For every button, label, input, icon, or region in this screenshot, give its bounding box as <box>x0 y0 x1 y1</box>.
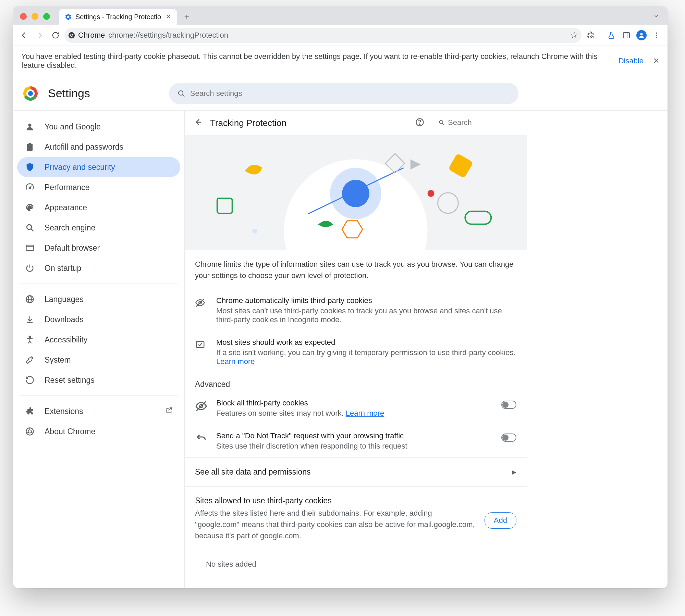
tracking-protection-panel: Tracking Protection <box>184 111 527 588</box>
do-not-track-toggle[interactable] <box>501 433 516 442</box>
toggle-title: Send a "Do Not Track" request with your … <box>216 431 492 440</box>
svg-point-11 <box>28 124 31 127</box>
panel-title: Tracking Protection <box>210 118 407 128</box>
close-window-button[interactable] <box>20 13 27 20</box>
settings-appbar: Settings <box>13 76 668 111</box>
svg-point-36 <box>342 180 369 207</box>
eye-off-icon <box>195 296 207 310</box>
browser-window-icon <box>25 243 35 253</box>
sidebar-item-you-and-google[interactable]: You and Google <box>17 117 180 137</box>
menu-button[interactable] <box>650 28 663 42</box>
browser-tab[interactable]: Settings - Tracking Protectio ✕ <box>59 9 177 25</box>
minimize-window-button[interactable] <box>32 13 38 20</box>
bookmark-star-icon[interactable]: ☆ <box>570 30 578 40</box>
sidebar-item-about[interactable]: About Chrome <box>17 422 180 441</box>
close-infobar-button[interactable]: ✕ <box>653 56 659 65</box>
sidebar-item-languages[interactable]: Languages <box>17 289 180 309</box>
restore-icon <box>25 375 35 385</box>
tab-title: Settings - Tracking Protectio <box>75 13 161 21</box>
labs-icon[interactable] <box>604 28 618 42</box>
intro-text: Chrome limits the type of information si… <box>185 250 527 289</box>
sidebar-item-appearance[interactable]: Appearance <box>17 198 180 217</box>
sidebar-item-privacy[interactable]: Privacy and security <box>17 157 180 177</box>
svg-point-31 <box>439 120 443 124</box>
external-link-icon <box>165 406 173 416</box>
panel-search[interactable] <box>437 118 518 128</box>
back-button[interactable] <box>17 28 31 42</box>
reload-button[interactable] <box>49 28 62 42</box>
allowed-sites-title: Sites allowed to use third-party cookies <box>195 496 516 505</box>
block-all-cookies-toggle[interactable] <box>501 401 516 409</box>
close-tab-button[interactable]: ✕ <box>164 12 172 22</box>
all-site-data-link[interactable]: See all site data and permissions ▸ <box>185 457 527 487</box>
sidebar-item-label: Reset settings <box>45 376 95 385</box>
sidebar-item-accessibility[interactable]: Accessibility <box>17 330 180 350</box>
sidebar-item-system[interactable]: System <box>17 350 180 370</box>
panel-back-button[interactable] <box>194 118 203 128</box>
chrome-logo-icon <box>23 86 38 101</box>
disable-link[interactable]: Disable <box>619 56 644 65</box>
sidebar-item-label: Languages <box>45 295 84 304</box>
window-controls <box>16 13 56 25</box>
browser-check-icon <box>195 338 207 352</box>
browser-window: Settings - Tracking Protectio ✕ ＋ Chrome… <box>13 6 668 588</box>
sidebar-item-autofill[interactable]: Autofill and passwords <box>17 137 180 157</box>
sidebar-item-performance[interactable]: Performance <box>17 177 180 197</box>
search-icon <box>25 223 35 233</box>
url-text: chrome://settings/trackingProtection <box>108 31 228 40</box>
redirect-icon <box>195 431 207 447</box>
learn-more-link[interactable]: Learn more <box>346 409 384 417</box>
toggle-title: Block all third-party cookies <box>216 399 492 407</box>
info-bar-text: You have enabled testing third-party coo… <box>21 52 612 70</box>
allowed-sites-desc: Affects the sites listed here and their … <box>195 507 478 541</box>
help-icon[interactable] <box>415 117 425 128</box>
chevron-right-icon: ▸ <box>512 467 516 477</box>
search-icon <box>438 119 445 126</box>
sidebar-item-extensions[interactable]: Extensions <box>17 401 180 421</box>
sidebar-item-on-startup[interactable]: On startup <box>17 258 180 278</box>
add-site-button[interactable]: Add <box>485 512 516 529</box>
panel-header: Tracking Protection <box>185 111 527 135</box>
svg-point-7 <box>656 35 657 36</box>
side-panel-icon[interactable] <box>620 28 633 42</box>
fullscreen-window-button[interactable] <box>43 13 50 20</box>
svg-line-15 <box>31 229 34 231</box>
svg-rect-49 <box>196 341 204 348</box>
chrome-icon <box>25 426 35 437</box>
learn-more-link[interactable]: Learn more <box>216 357 255 366</box>
site-chip-label: Chrome <box>78 31 105 40</box>
address-bar[interactable]: Chrome chrome://settings/trackingProtect… <box>64 28 582 43</box>
new-tab-button[interactable]: ＋ <box>180 10 194 23</box>
sidebar-item-label: Accessibility <box>45 335 87 344</box>
svg-point-46 <box>253 229 257 234</box>
sidebar-item-search-engine[interactable]: Search engine <box>17 218 180 238</box>
toggle-desc: Sites use their discretion when respondi… <box>216 442 492 451</box>
toggle-desc: Features on some sites may not work. <box>216 409 344 417</box>
extensions-icon[interactable] <box>584 28 597 42</box>
info-row-title: Most sites should work as expected <box>216 338 516 347</box>
site-chip[interactable]: Chrome <box>68 31 105 40</box>
svg-rect-16 <box>26 245 34 251</box>
speedometer-icon <box>25 182 35 192</box>
sidebar-item-downloads[interactable]: Downloads <box>17 310 180 329</box>
svg-point-6 <box>656 32 657 34</box>
tab-dropdown-button[interactable] <box>650 10 662 22</box>
person-icon <box>25 122 35 132</box>
profile-button[interactable] <box>635 28 648 42</box>
forward-button[interactable] <box>33 28 47 42</box>
sidebar-item-reset[interactable]: Reset settings <box>17 370 180 390</box>
svg-point-42 <box>428 190 435 197</box>
sidebar-item-label: Search engine <box>45 223 95 232</box>
sidebar-item-label: You and Google <box>45 122 101 131</box>
svg-point-14 <box>27 225 32 229</box>
download-icon <box>25 314 35 325</box>
sidebar-item-default-browser[interactable]: Default browser <box>17 238 180 258</box>
settings-search-input[interactable] <box>190 89 510 98</box>
sidebar-item-label: Appearance <box>45 203 87 212</box>
page-content: Settings You and Google Autofill and pas… <box>13 76 668 588</box>
settings-search[interactable] <box>169 83 518 104</box>
advanced-heading: Advanced <box>185 373 527 392</box>
panel-search-input[interactable] <box>448 118 516 127</box>
tabstrip: Settings - Tracking Protectio ✕ ＋ <box>13 6 668 25</box>
settings-title: Settings <box>48 87 90 100</box>
